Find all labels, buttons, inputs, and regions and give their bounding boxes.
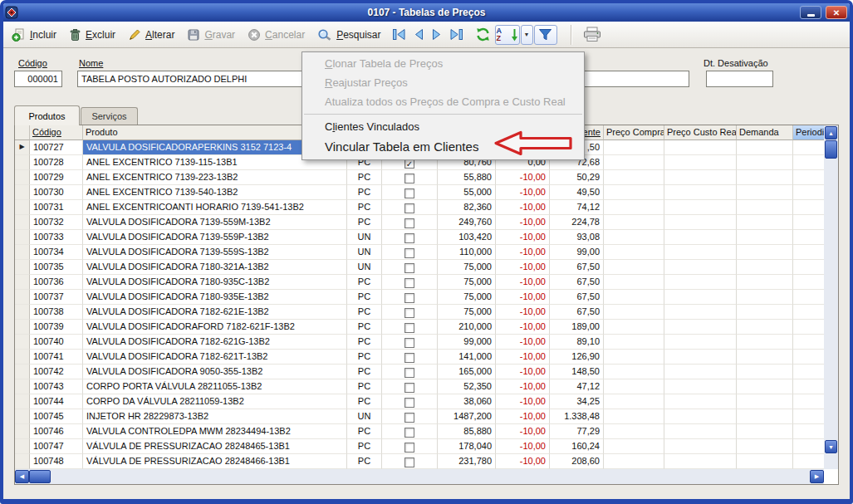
scroll-down-button[interactable]: ▼ — [825, 440, 837, 453]
tab-produtos[interactable]: Produtos — [14, 105, 80, 125]
cell-chk[interactable] — [382, 275, 438, 290]
cell-chk[interactable] — [382, 260, 438, 275]
next-record-button[interactable] — [428, 27, 446, 42]
pesquisar-button[interactable]: Pesquisar — [312, 23, 388, 46]
table-row[interactable]: 100741VALVULA DOSIFICADORA 7182-621T-13B… — [15, 350, 838, 365]
checkbox-unchecked[interactable] — [404, 323, 414, 333]
table-row[interactable]: 100739VALVULA DOSIFICADORAFORD 7182-621F… — [15, 320, 838, 335]
checkbox-unchecked[interactable] — [404, 443, 414, 453]
close-button[interactable]: ✕ — [826, 6, 847, 19]
table-row[interactable]: 100738VALVULA DOSIFICADORA 7182-621E-13B… — [15, 305, 838, 320]
checkbox-unchecked[interactable] — [404, 233, 414, 243]
checkbox-unchecked[interactable] — [404, 428, 414, 438]
table-row[interactable]: 100743CORPO PORTA VÁLVULA 28211055-13B2P… — [15, 379, 838, 394]
checkbox-unchecked[interactable] — [404, 174, 414, 183]
table-row[interactable]: 100748VÁLVULA DE PRESSURIZACAO 28248466-… — [15, 454, 838, 469]
table-row[interactable]: 100730ANEL EXCENTRICO 7139-540-13B2PC55,… — [15, 185, 838, 200]
cell-chk[interactable] — [382, 290, 438, 305]
checkbox-unchecked[interactable] — [404, 353, 414, 363]
table-row[interactable]: 100736VALVULA DOSIFICADORA 7180-935C-13B… — [15, 275, 838, 290]
cell-chk[interactable] — [382, 409, 438, 424]
column-header-demanda[interactable]: Demanda — [737, 125, 793, 140]
codigo-field[interactable] — [14, 71, 62, 87]
column-header-compra[interactable]: Preço Compra — [604, 125, 664, 140]
cell-chk[interactable] — [382, 394, 438, 409]
cell-chk[interactable] — [382, 454, 438, 469]
printer-icon — [582, 27, 602, 42]
sort-az-icon: AZ — [497, 27, 511, 42]
cell-chk[interactable] — [382, 200, 438, 215]
scroll-right-button[interactable]: ▶ — [810, 470, 824, 483]
cell-chk[interactable] — [382, 320, 438, 335]
cell-chk[interactable] — [382, 230, 438, 245]
cell-cliente: 47,12 — [550, 379, 604, 394]
checkbox-unchecked[interactable] — [404, 218, 414, 228]
checkbox-unchecked[interactable] — [404, 413, 414, 423]
prior-record-button[interactable] — [409, 27, 428, 42]
alterar-button[interactable]: Alterar — [123, 23, 182, 46]
scroll-left-button[interactable]: ◀ — [15, 470, 29, 483]
sort-dropdown-button[interactable]: ▼ — [521, 25, 533, 45]
checkbox-unchecked[interactable] — [404, 188, 414, 198]
refresh-button[interactable] — [472, 26, 494, 43]
table-row[interactable]: 100745INJETOR HR 28229873-13B2UN1487,200… — [15, 409, 838, 424]
cell-chk[interactable] — [382, 379, 438, 394]
vertical-scrollbar[interactable]: ▲ ▼ — [824, 125, 838, 469]
table-row[interactable]: 100746VALVULA CONTROLEDPA MWM 28234494-1… — [15, 424, 838, 439]
horizontal-scrollbar[interactable]: ◀ ▶ — [15, 469, 824, 484]
table-row[interactable]: 100744CORPO DA VÁLVULA 28211059-13B2PC38… — [15, 394, 838, 409]
horizontal-scroll-thumb[interactable] — [29, 470, 51, 483]
cell-chk[interactable] — [382, 424, 438, 439]
checkbox-unchecked[interactable] — [404, 248, 414, 258]
excluir-button[interactable]: Excluir — [64, 23, 123, 46]
cell-chk[interactable] — [382, 245, 438, 260]
checkbox-unchecked[interactable] — [404, 263, 414, 273]
print-button[interactable] — [579, 25, 605, 44]
checkbox-unchecked[interactable] — [404, 203, 414, 213]
cell-chk[interactable] — [382, 335, 438, 350]
cell-preco: 249,760 — [438, 215, 496, 230]
checkbox-unchecked[interactable] — [404, 383, 414, 393]
checkbox-unchecked[interactable] — [404, 338, 414, 348]
table-row[interactable]: 100735VALVULA DOSIFICADORA 7180-321A-13B… — [15, 260, 838, 275]
cell-chk[interactable] — [382, 439, 438, 454]
cell-chk[interactable] — [382, 365, 438, 379]
cell-custo — [664, 409, 737, 424]
checkbox-unchecked[interactable] — [404, 308, 414, 318]
first-record-button[interactable] — [389, 27, 409, 42]
column-header-ind[interactable] — [15, 125, 30, 140]
cell-chk[interactable] — [382, 185, 438, 200]
checkbox-unchecked[interactable] — [404, 458, 414, 467]
table-row[interactable]: 100740VALVULA DOSIFICADORA 7182-621G-13B… — [15, 335, 838, 350]
scroll-up-button[interactable]: ▲ — [825, 126, 837, 139]
checkbox-unchecked[interactable] — [404, 398, 414, 408]
cell-chk[interactable] — [382, 350, 438, 365]
vertical-scroll-thumb[interactable] — [825, 140, 837, 159]
filter-button[interactable] — [534, 25, 557, 45]
tab-servicos[interactable]: Serviços — [81, 107, 138, 125]
minimize-button[interactable] — [800, 6, 821, 19]
table-row[interactable]: 100731ANEL EXCENTRICOANTI HORARIO 7139-5… — [15, 200, 838, 215]
table-row[interactable]: 100733VALVULA DOSIFICADORA 7139-559P-13B… — [15, 230, 838, 245]
column-header-codigo[interactable]: Código — [30, 125, 83, 140]
next-record-icon — [431, 28, 443, 41]
sort-az-button[interactable]: AZ — [495, 25, 520, 45]
checkbox-unchecked[interactable] — [404, 293, 414, 303]
last-record-button[interactable] — [446, 27, 467, 42]
checkbox-unchecked[interactable] — [404, 368, 414, 378]
table-row[interactable]: 100737VALVULA DOSIFICADORA 7180-935E-13B… — [15, 290, 838, 305]
vertical-scroll-track[interactable] — [824, 159, 838, 439]
cell-chk[interactable] — [382, 215, 438, 230]
table-row[interactable]: 100734VALVULA DOSIFICADORA 7139-559S-13B… — [15, 245, 838, 260]
cell-codigo: 100744 — [30, 394, 83, 409]
table-row[interactable]: 100747VÁLVULA DE PRESSURIZACAO 28248465-… — [15, 439, 838, 454]
checkbox-unchecked[interactable] — [404, 278, 414, 288]
column-header-custo[interactable]: Preço Custo Real — [664, 125, 737, 140]
cell-chk[interactable] — [382, 170, 438, 185]
dt-desativacao-field[interactable] — [706, 71, 773, 87]
table-row[interactable]: 100732VALVULA DOSIFICADORA 7139-559M-13B… — [15, 215, 838, 230]
table-row[interactable]: 100729ANEL EXCENTRICO 7139-223-13B2PC55,… — [15, 170, 838, 185]
table-row[interactable]: 100742VALVULA DOSIFICADORA 9050-355-13B2… — [15, 365, 838, 379]
incluir-button[interactable]: Incluir — [7, 23, 64, 46]
cell-chk[interactable] — [382, 305, 438, 320]
